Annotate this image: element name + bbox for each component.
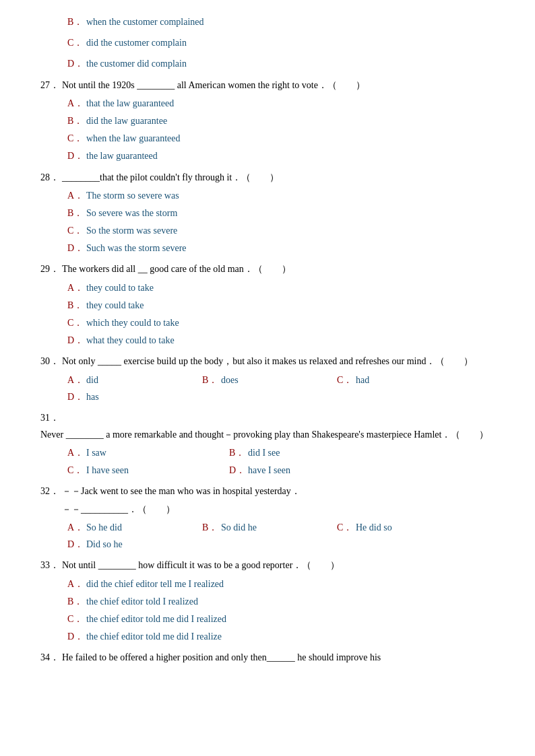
option-text: they could to take [86, 279, 154, 296]
option-30A: A． did [67, 372, 175, 388]
option-label: C． [67, 130, 86, 147]
option-label: C． [67, 462, 86, 479]
option-label: C． [67, 222, 86, 239]
question-line: He failed to be offered a higher positio… [62, 649, 381, 666]
option-text: have I seen [248, 462, 290, 479]
option-D-prev: D． the customer did complain [40, 55, 495, 72]
question-number: 32． [40, 483, 62, 500]
question-32: 32． －－Jack went to see the man who was i… [40, 483, 495, 553]
option-text: did the law guarantee [86, 112, 167, 129]
option-label: D． [67, 240, 86, 256]
option-label: A． [67, 279, 86, 296]
question-line: Not until the 1920s ________ all America… [62, 77, 365, 94]
option-label: B． [202, 372, 221, 388]
question-33: 33． Not until ________ how difficult it … [40, 557, 495, 645]
question-line: The workers did all __ good care of the … [62, 261, 291, 277]
question-number: 28． [40, 169, 62, 186]
option-label: B． [67, 297, 86, 314]
option-text: the customer did complain [86, 55, 187, 72]
option-31B: B． did I see [229, 444, 364, 461]
option-30D: D． has [67, 388, 175, 405]
question-number: 33． [40, 557, 62, 574]
option-31A: A． I saw [67, 444, 202, 461]
option-label: C． [337, 519, 356, 536]
option-label: B． [67, 593, 86, 610]
question-line-2: －－__________．（ ） [62, 504, 175, 514]
option-label: A． [67, 372, 86, 388]
question-number: 27． [40, 77, 62, 94]
option-31D: D． have I seen [229, 462, 364, 479]
option-text: did I see [248, 444, 280, 461]
option-32A: A． So he did [67, 519, 175, 536]
option-32D: D． Did so he [67, 536, 175, 553]
question-30: 30． Not only _____ exercise build up the… [40, 353, 495, 405]
option-text: what they could to take [86, 332, 175, 349]
option-label: D． [67, 536, 86, 553]
option-label: B． [67, 112, 86, 129]
option-C-prev: C． did the customer complain [40, 34, 495, 51]
question-number: 34． [40, 649, 62, 666]
option-label: C． [67, 611, 86, 627]
question-line: Never ________ a more remarkable and tho… [40, 426, 489, 443]
option-label: A． [67, 444, 86, 461]
question-29: 29． The workers did all __ good care of … [40, 261, 495, 349]
option-label: A． [67, 576, 86, 592]
option-label: D． [67, 147, 86, 164]
question-number: 30． [40, 353, 62, 370]
option-text: that the law guaranteed [86, 95, 174, 112]
option-label: D． [67, 388, 86, 405]
option-text: I have seen [86, 462, 129, 479]
question-27: 27． Not until the 1920s ________ all Ame… [40, 77, 495, 165]
question-line: ________that the pilot couldn't fly thro… [62, 169, 279, 186]
option-32B: B． So did he [202, 519, 310, 536]
question-line: －－Jack went to see the man who was in ho… [62, 483, 301, 500]
option-text: Did so he [86, 536, 123, 553]
option-label: C． [67, 34, 86, 51]
option-text: Such was the storm severe [86, 240, 187, 256]
option-text: So the storm was severe [86, 222, 177, 239]
option-text: when the customer complained [86, 13, 204, 30]
option-text: does [221, 372, 239, 388]
option-text: the chief editor told me did I realized [86, 611, 226, 627]
option-text: which they could to take [86, 314, 179, 331]
question-34: 34． He failed to be offered a higher pos… [40, 649, 495, 666]
option-text: I saw [86, 444, 106, 461]
option-text: has [86, 388, 99, 405]
option-B-prev: B． when the customer complained [40, 13, 495, 30]
option-label: D． [67, 332, 86, 349]
question-31: 31． Never ________ a more remarkable and… [40, 409, 495, 479]
option-31C: C． I have seen [67, 462, 202, 479]
question-number: 29． [40, 261, 62, 277]
option-label: B． [202, 519, 221, 536]
option-30B: B． does [202, 372, 310, 388]
option-label: C． [67, 314, 86, 331]
option-label: D． [67, 55, 86, 72]
question-number: 31． [40, 409, 62, 426]
option-label: D． [229, 462, 248, 479]
option-30C: C． had [337, 372, 445, 388]
option-label: A． [67, 519, 86, 536]
option-text: the law guaranteed [86, 147, 158, 164]
option-text: had [356, 372, 369, 388]
option-text: He did so [356, 519, 392, 536]
option-text: they could take [86, 297, 144, 314]
option-text: the chief editor told me did I realize [86, 628, 222, 645]
option-label: B． [67, 205, 86, 221]
option-label: C． [337, 372, 356, 388]
option-label: A． [67, 187, 86, 204]
option-text: The storm so severe was [86, 187, 179, 204]
option-text: So did he [221, 519, 257, 536]
option-text: So severe was the storm [86, 205, 177, 221]
option-label: B． [229, 444, 248, 461]
option-text: did the customer complain [86, 34, 187, 51]
question-28: 28． ________that the pilot couldn't fly … [40, 169, 495, 257]
question-line: Not until ________ how difficult it was … [62, 557, 340, 574]
option-text: did the chief editor tell me I realized [86, 576, 224, 592]
option-label: D． [67, 628, 86, 645]
option-label: A． [67, 95, 86, 112]
option-text: So he did [86, 519, 122, 536]
question-line: Not only _____ exercise build up the bod… [62, 353, 473, 370]
option-label: B． [67, 13, 86, 30]
option-32C: C． He did so [337, 519, 445, 536]
option-text: the chief editor told I realized [86, 593, 198, 610]
